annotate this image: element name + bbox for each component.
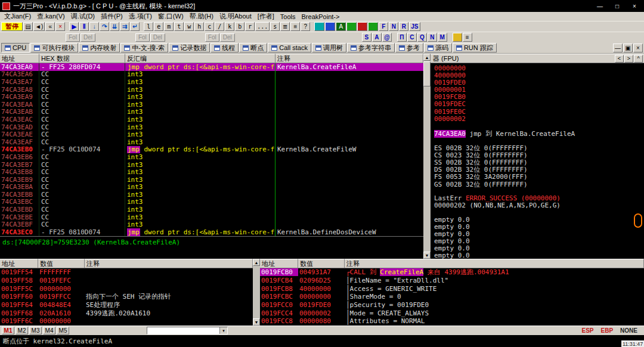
disasm-row[interactable]: 74CA3EB8CCint3	[0, 168, 423, 176]
executables-button[interactable]: e	[154, 22, 163, 31]
stack-row[interactable]: 0019FCB402096D25│FileName = "ExtraDll.dl…	[260, 277, 644, 285]
stack-row[interactable]: 0019FF68020A16104399逃跑.020A1610	[0, 309, 253, 317]
windows-list-icon[interactable]: ≣	[280, 22, 290, 31]
fol-button[interactable]: Del	[150, 33, 165, 42]
menu-item[interactable]: 文Jian(F)	[1, 12, 34, 21]
callstack-button[interactable]: k	[225, 22, 234, 31]
disasm-row[interactable]: 74CA3EAFCCint3	[0, 138, 423, 146]
column-header-comment[interactable]: 注释	[85, 259, 253, 268]
tab-executable-modules[interactable]: 可执行模块	[30, 43, 78, 52]
animate-into-button[interactable]: ⇊	[110, 22, 119, 31]
plugin-button-5[interactable]	[357, 22, 367, 31]
m-tab-m3[interactable]: M3	[29, 327, 42, 334]
options-list-icon[interactable]: ≡	[290, 22, 300, 31]
q-button[interactable]: Q	[417, 33, 427, 42]
memory-button[interactable]: m	[164, 22, 174, 31]
menu-item[interactable]: [作者]	[255, 12, 277, 21]
registers-scrollbar-thumb[interactable]	[634, 213, 642, 228]
runtrace-button[interactable]: ...	[255, 22, 270, 31]
cpu-button[interactable]: c	[205, 22, 214, 31]
stack-row[interactable]: 0019FF600019FFCC指向下一个 SEH 记录的指针	[0, 293, 253, 301]
plugin-button-6[interactable]	[368, 22, 378, 31]
column-header-address[interactable]: 地址	[0, 259, 38, 268]
disasm-row[interactable]: 74CA3EB0- FF25 0C10D074jmp dword ptr ds:…	[0, 146, 423, 154]
disasm-row[interactable]: 74CA3EB9CCint3	[0, 176, 423, 184]
pause-execution-button[interactable]: Ⅱ	[79, 22, 89, 31]
tab-cpu[interactable]: CPU	[1, 43, 30, 52]
fol-button[interactable]: Fol	[205, 33, 219, 42]
register-line[interactable]: GS 002B 32位 0(FFFFFFFF)	[434, 180, 644, 187]
execute-till-return-button[interactable]: ↵	[130, 22, 140, 31]
disasm-row[interactable]: 74CA3EABCCint3	[0, 109, 423, 116]
stack-row[interactable]: 0019FCC00019FDE0│pSecurity = 0019FDE0	[260, 301, 644, 309]
stack-row[interactable]: 0019FF54FFFFFFFF	[0, 268, 253, 277]
column-header-value[interactable]: 数值	[38, 259, 85, 268]
a-button[interactable]: A	[372, 33, 382, 42]
register-line[interactable]: 0019FDEC	[434, 100, 644, 107]
register-line[interactable]	[434, 122, 644, 129]
log-window-icon[interactable]: ▤	[23, 22, 33, 31]
disasm-row[interactable]: 74CA3EAACCint3	[0, 101, 423, 109]
disasm-row[interactable]: 74CA3EA7CCint3	[0, 78, 423, 86]
js-plugin-button[interactable]: JS	[409, 22, 420, 31]
pi-button[interactable]: Π	[397, 33, 407, 42]
stack-row[interactable]: 0019FCC800000080│Attributes = NORMAL	[260, 317, 644, 326]
restart-icon[interactable]: «	[45, 22, 55, 31]
disasm-row[interactable]: 74CA3EACCCint3	[0, 116, 423, 123]
stack-row[interactable]: 0019FCC400000002│Mode = CREATE_ALWAYS	[260, 309, 644, 317]
tab-reference-strings[interactable]: 参考字符串	[347, 43, 395, 52]
register-line[interactable]: empty 0.0	[434, 237, 644, 244]
stack-row[interactable]: 0019FF6C00000000	[0, 317, 253, 326]
animate-over-button[interactable]: ⇉	[120, 22, 129, 31]
sound-toggle-icon[interactable]: ◄)	[33, 22, 45, 31]
disasm-row[interactable]: 74CA3EA0- FF25 280FD074jmp dword ptr ds:…	[0, 63, 423, 71]
column-header-comment[interactable]: 注释	[345, 259, 644, 268]
minimize-button[interactable]: —	[593, 2, 607, 11]
register-line[interactable]	[434, 209, 644, 216]
source-button[interactable]: s	[270, 22, 280, 31]
c-button[interactable]: C	[407, 33, 417, 42]
disasm-row[interactable]: 74CA3EBECCint3	[0, 213, 423, 221]
tab-breakpoints[interactable]: 断点	[239, 43, 267, 52]
scroll-thumb[interactable]	[423, 61, 431, 86]
register-line[interactable]: 00000000	[434, 64, 644, 72]
s-button[interactable]: S	[362, 33, 371, 42]
column-header-address[interactable]: 地址	[260, 259, 298, 268]
tab-threads[interactable]: 线程	[210, 43, 239, 52]
scroll-up-button[interactable]: ▲	[253, 259, 260, 266]
register-line[interactable]: empty 0.0	[434, 223, 644, 230]
n-button[interactable]: N	[428, 33, 437, 42]
disasm-row[interactable]: 74CA3EBCCCint3	[0, 199, 423, 206]
stack-row[interactable]: 0019FCB0004931A7┌CALL 到 CreateFileA 来自 4…	[260, 268, 644, 277]
menu-item[interactable]: 查.kan(V)	[34, 12, 67, 21]
stack-row[interactable]: 0019FF580019FEFC	[0, 277, 253, 285]
patches-button[interactable]: /	[215, 22, 224, 31]
register-line[interactable]: 00000202 (NO,NB,NE,A,NS,PO,GE,G)	[434, 202, 644, 209]
column-header-address[interactable]: 地址	[0, 54, 39, 63]
stack-row[interactable]: 0019FCBC00000000│ShareMode = 0	[260, 293, 644, 301]
register-line[interactable]: LastErr ERROR_SUCCESS (00000000)	[434, 194, 644, 202]
help-button[interactable]: ?	[301, 22, 310, 31]
script-icon[interactable]	[453, 33, 462, 42]
stack-row[interactable]: 0019FCB840000000│Access = GENERIC_WRITE	[260, 284, 644, 293]
plugin-button-4[interactable]	[346, 22, 357, 31]
f-plugin-button[interactable]: F	[379, 22, 388, 31]
fol-button[interactable]: Fol	[66, 33, 80, 42]
fol-button[interactable]: Del	[220, 33, 235, 42]
mdi-minimize-button[interactable]: —	[613, 44, 623, 52]
register-line[interactable]: empty 0.0	[434, 244, 644, 252]
m-tab-m2[interactable]: M2	[16, 327, 28, 334]
disasm-row[interactable]: 74CA3EBDCCint3	[0, 206, 423, 213]
mdi-close-button[interactable]: ×	[633, 44, 643, 52]
tab-record-data[interactable]: 记录数据	[169, 43, 210, 52]
menu-item[interactable]: 选.项(T)	[126, 12, 155, 21]
stack-row[interactable]: 0019FF5C00000000	[0, 284, 253, 293]
menu-item[interactable]: 窗.口(W)	[155, 12, 187, 21]
menu-item[interactable]: Tools	[277, 13, 299, 20]
column-header-hex[interactable]: HEX 数据	[39, 54, 125, 63]
tab-chinese-search[interactable]: 中-文-搜-索	[120, 43, 168, 52]
disasm-row[interactable]: 74CA3EBACCint3	[0, 184, 423, 191]
log-button[interactable]: l	[144, 22, 153, 31]
register-line[interactable]: empty 0.0	[434, 230, 644, 237]
tab-references[interactable]: 参考	[395, 43, 423, 52]
